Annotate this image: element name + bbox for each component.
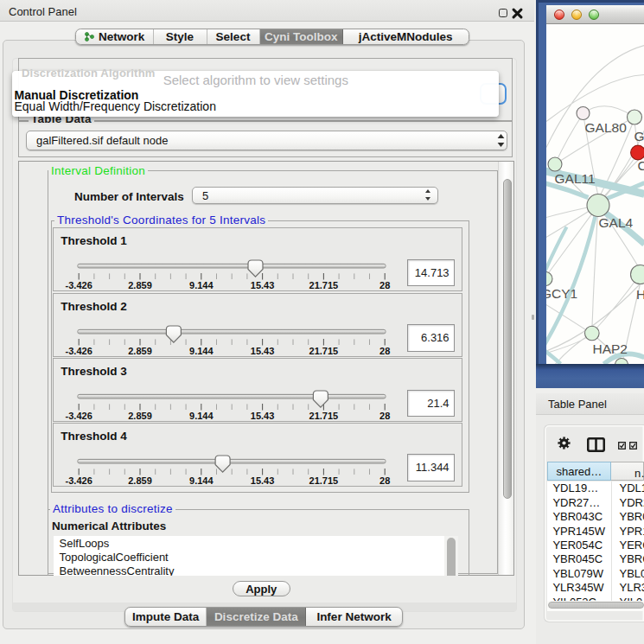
svg-text:28: 28 <box>379 346 390 356</box>
svg-text:21.715: 21.715 <box>309 346 339 356</box>
svg-text:21.715: 21.715 <box>309 475 339 485</box>
svg-text:-3.426: -3.426 <box>66 411 92 421</box>
svg-text:15.43: 15.43 <box>251 475 275 485</box>
svg-text:2.859: 2.859 <box>129 475 153 485</box>
svg-text:-3.426: -3.426 <box>66 475 92 485</box>
svg-text:C: C <box>637 157 644 172</box>
svg-text:2.859: 2.859 <box>129 411 153 421</box>
svg-text:GAL80: GAL80 <box>584 119 627 134</box>
svg-text:21.715: 21.715 <box>309 411 339 421</box>
svg-text:28: 28 <box>379 280 390 290</box>
svg-text:G.: G. <box>634 128 644 143</box>
svg-text:HAP2: HAP2 <box>592 341 628 355</box>
svg-text:9.144: 9.144 <box>189 411 214 421</box>
svg-text:GCY1: GCY1 <box>546 286 577 301</box>
svg-text:28: 28 <box>379 411 390 421</box>
svg-text:2.859: 2.859 <box>129 346 153 356</box>
svg-text:-3.426: -3.426 <box>66 346 92 356</box>
svg-text:GAL4: GAL4 <box>598 215 633 230</box>
svg-text:9.144: 9.144 <box>189 280 214 290</box>
svg-text:21.715: 21.715 <box>309 280 339 290</box>
svg-text:2.859: 2.859 <box>129 280 153 290</box>
svg-text:15.43: 15.43 <box>251 346 275 356</box>
svg-text:H: H <box>636 286 644 301</box>
svg-text:9.144: 9.144 <box>189 346 214 356</box>
svg-text:-3.426: -3.426 <box>66 280 92 290</box>
svg-text:15.43: 15.43 <box>251 280 275 290</box>
svg-text:9.144: 9.144 <box>189 475 214 485</box>
svg-text:15.43: 15.43 <box>251 411 275 421</box>
svg-text:GAL11: GAL11 <box>554 170 595 185</box>
svg-text:28: 28 <box>379 475 390 485</box>
